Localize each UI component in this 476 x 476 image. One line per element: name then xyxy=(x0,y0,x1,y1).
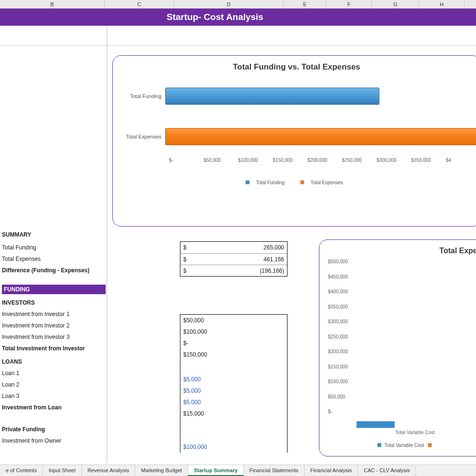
col-G[interactable]: G xyxy=(372,0,419,8)
bar-funding xyxy=(166,88,379,105)
sheet-tab[interactable]: Financial Analysis xyxy=(305,465,358,476)
summary-labels: SUMMARY Total Funding Total Expenses Dif… xyxy=(2,231,106,446)
chart-title: Total Funding vs. Total Expenses xyxy=(113,62,476,72)
col-F[interactable]: F xyxy=(327,0,372,8)
sheet-tab[interactable]: Marketing Budget xyxy=(135,465,188,476)
funding-section: FUNDING xyxy=(2,285,106,294)
x-axis-ticks: $- $50,000 $100,000 $150,000 $200,000 $2… xyxy=(169,158,476,163)
column-headers: B C D E F G H xyxy=(0,0,476,9)
col-C[interactable]: C xyxy=(105,0,174,8)
divider xyxy=(0,45,476,46)
col-E[interactable]: E xyxy=(284,0,327,8)
expenses-chart: Total Exper $500,000 $450,000 $400,000 $… xyxy=(319,239,476,456)
sheet-tab[interactable]: Financial Statements xyxy=(244,465,305,476)
summary-values: $265,000 $461,166 $(196,166) xyxy=(180,241,288,277)
chart-legend: Total Funding Total Expenses xyxy=(113,180,476,185)
col-B[interactable]: B xyxy=(0,0,105,8)
col-H[interactable]: H xyxy=(419,0,465,8)
page-title: Startup- Cost Analysis xyxy=(0,9,476,26)
sheet-tab[interactable]: Revenue Analysis xyxy=(82,465,135,476)
bar-label-expenses: Total Expenses xyxy=(113,134,165,139)
col-D[interactable]: D xyxy=(174,0,284,8)
sheet-tab[interactable]: CAC - CLV Analysis xyxy=(358,465,416,476)
bar-label-funding: Total Funding xyxy=(113,93,165,99)
sheet-tab[interactable]: e of Contents xyxy=(0,465,43,476)
sheet-tab[interactable]: Startup Summary xyxy=(188,465,244,476)
variable-cost-bar xyxy=(357,421,395,428)
bar-expenses xyxy=(166,128,476,145)
sheet-tabs: e of ContentsInput SheetRevenue Analysis… xyxy=(0,465,476,476)
sheet-tab[interactable]: Input Sheet xyxy=(43,465,81,476)
divider xyxy=(107,26,107,463)
funding-expenses-chart: Total Funding vs. Total Expenses Total F… xyxy=(112,55,476,227)
funding-values: $50,000 $100,000 $- $150,000 $5,000 $5,0… xyxy=(180,314,288,453)
